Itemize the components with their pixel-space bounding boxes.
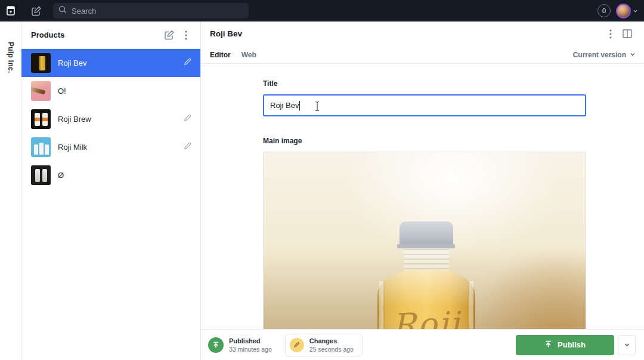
list-item[interactable]: Roji Bev: [21, 49, 200, 77]
title-field-label: Title: [263, 79, 586, 88]
publish-menu-button[interactable]: [618, 335, 636, 355]
edited-pencil-icon: [183, 57, 192, 69]
text-caret: [299, 101, 300, 110]
product-title: Roji Brew: [58, 115, 176, 124]
search-placeholder: Search: [72, 7, 96, 16]
edited-pencil-icon: [183, 113, 192, 125]
products-list: Roji Bev O! Roji Brew: [21, 49, 200, 189]
publish-label: Publish: [558, 340, 586, 349]
topbar-right: 0: [597, 4, 644, 19]
published-status[interactable]: Published 33 minutes ago: [208, 337, 277, 353]
title-input[interactable]: Roji Bev: [263, 94, 586, 116]
tab-web[interactable]: Web: [242, 51, 256, 59]
title-field: Title Roji Bev: [263, 79, 586, 116]
title-input-value: Roji Bev: [270, 101, 299, 110]
tab-editor[interactable]: Editor: [210, 51, 231, 59]
topbar: Search 0: [0, 0, 644, 21]
product-title: Roji Milk: [58, 143, 176, 152]
document-header: Roji Bev Editor Web Cur: [201, 21, 644, 64]
create-product-icon[interactable]: [161, 27, 178, 44]
split-pane-icon[interactable]: [619, 26, 636, 42]
new-document-icon[interactable]: [27, 2, 45, 20]
main-image-field: Main image Roji: [263, 137, 586, 329]
document-title: Roji Bev: [210, 29, 602, 38]
bottle-neck: [404, 249, 449, 273]
edited-pencil-icon: [183, 141, 192, 153]
workspace-strip: Pulp Inc.: [0, 21, 21, 360]
version-selector[interactable]: Current version: [573, 51, 636, 59]
pane-menu-icon[interactable]: [178, 27, 194, 44]
product-thumbnail: [31, 81, 51, 101]
product-thumbnail: [31, 109, 51, 129]
list-item[interactable]: O!: [21, 77, 200, 105]
view-tabs: Editor Web: [210, 51, 573, 59]
published-time: 33 minutes ago: [229, 346, 272, 353]
publish-button[interactable]: Publish: [516, 335, 614, 355]
list-item[interactable]: Roji Milk: [21, 133, 200, 161]
product-thumbnail: [31, 137, 51, 157]
document-form: Title Roji Bev Main image: [201, 64, 644, 329]
document-footer: Published 33 minutes ago Changes 25 seco…: [201, 329, 644, 360]
chevron-down-icon: [633, 5, 638, 16]
document-menu-icon[interactable]: [602, 26, 619, 42]
products-pane: Products Roji Bev: [21, 21, 201, 360]
published-icon: [208, 337, 224, 353]
main-image-label: Main image: [263, 137, 586, 145]
list-item[interactable]: Roji Brew: [21, 105, 200, 133]
bottle-cap: [400, 221, 453, 245]
bottle-photo: Roji: [377, 221, 475, 329]
product-thumbnail: [31, 53, 51, 73]
workspace-name[interactable]: Pulp Inc.: [7, 42, 15, 73]
main-image-preview[interactable]: Roji: [263, 152, 586, 329]
document-pane: Roji Bev Editor Web Cur: [201, 21, 644, 360]
bottle-body: Roji: [377, 270, 475, 329]
product-thumbnail: [31, 165, 51, 185]
changes-status[interactable]: Changes 25 seconds ago: [285, 334, 363, 356]
publish-icon: [544, 340, 552, 350]
pane-title: Products: [31, 30, 161, 39]
ibeam-cursor-icon: [314, 101, 320, 113]
chevron-down-icon: [630, 51, 636, 59]
version-label: Current version: [573, 51, 626, 59]
presence-counter[interactable]: 0: [597, 4, 611, 17]
product-title: Ø: [58, 171, 192, 180]
search-icon: [58, 5, 67, 16]
list-item[interactable]: Ø: [21, 161, 200, 189]
product-title: Roji Bev: [58, 59, 176, 67]
changes-time: 25 seconds ago: [309, 346, 354, 353]
avatar: [616, 4, 631, 19]
bottle-brand-text: Roji: [377, 307, 476, 329]
workspace-logo-icon[interactable]: [0, 0, 21, 21]
user-menu[interactable]: [616, 4, 638, 19]
product-title: O!: [58, 87, 192, 96]
products-pane-header: Products: [21, 21, 200, 49]
published-label: Published: [229, 337, 272, 344]
changes-label: Changes: [309, 337, 354, 344]
changes-pencil-icon: [290, 338, 304, 352]
search-input[interactable]: Search: [53, 3, 249, 19]
studio-app: Search 0 Pulp Inc. Products: [0, 0, 644, 360]
